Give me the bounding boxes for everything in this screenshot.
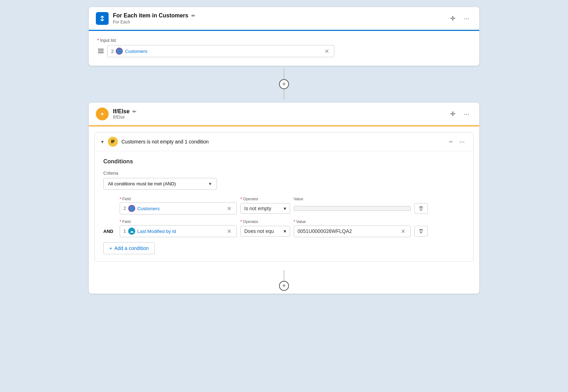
ifelse-header-actions: ✛ ···	[447, 109, 472, 119]
customers-token-label: Customers	[125, 49, 147, 54]
if-block-edit-icon[interactable]: ✏	[449, 139, 453, 145]
and-label-2: AND	[103, 229, 116, 234]
conditions-title: Conditions	[103, 158, 465, 165]
criteria-label: Criteria	[103, 170, 465, 176]
ifelse-header: If/Else ✏ If/Else ✛ ···	[89, 103, 479, 125]
add-step-button-1[interactable]: +	[279, 79, 289, 89]
conditions-body: Conditions Criteria All conditions must …	[95, 151, 473, 261]
ifelse-header-left: If/Else ✏ If/Else	[96, 108, 136, 120]
orange-divider	[89, 125, 479, 126]
for-each-title-group: For Each item in Customers ✏ For Each	[113, 12, 195, 24]
token-clear-button[interactable]: ✕	[323, 48, 331, 55]
operator-chevron-1: ▾	[284, 206, 286, 211]
connector-1: +	[279, 66, 289, 103]
add-condition-icon: +	[109, 245, 112, 251]
operator-label-2: * Operator	[240, 219, 290, 224]
field-clear-2[interactable]: ✕	[225, 228, 233, 235]
globe-icon: 🌐	[116, 48, 123, 55]
token-num: 2	[111, 49, 114, 54]
delete-condition-1-button[interactable]	[414, 203, 428, 214]
delete-condition-2-button[interactable]	[414, 226, 428, 236]
criteria-select[interactable]: All conditions must be met (AND) ▼	[103, 178, 217, 190]
ifelse-edit-icon[interactable]: ✏	[132, 109, 136, 114]
ifelse-move-button[interactable]: ✛	[447, 109, 458, 119]
salesforce-icon-2: ☁	[128, 228, 135, 235]
field-input-2[interactable]: 1 ☁ Last Modified by Id ✕	[120, 225, 237, 237]
operator-chevron-2: ▾	[284, 228, 286, 234]
for-each-card: For Each item in Customers ✏ For Each ✛ …	[89, 7, 479, 66]
globe-icon-1: 🌐	[128, 205, 135, 212]
operator-value-1: Is not empty	[244, 206, 271, 211]
operator-label-1: * Operator	[240, 197, 290, 201]
value-input-1	[294, 206, 411, 211]
field-token-num-2: 1	[124, 229, 126, 234]
condition-row-1-labels: * Field * Operator Value	[120, 197, 465, 201]
for-each-more-button[interactable]: ···	[461, 13, 472, 24]
add-condition-button[interactable]: + Add a condition	[103, 242, 155, 254]
add-condition-label: Add a condition	[114, 245, 149, 251]
for-each-subtitle: For Each	[113, 20, 195, 24]
if-block-header: ▾ IF Customers is not empty and 1 condit…	[95, 132, 473, 151]
value-label-1: Value	[294, 197, 411, 201]
operator-input-2[interactable]: Does not equ ▾	[240, 226, 290, 236]
condition-row-2-wrapper: * Field * Operator * Value AND 1 ☁ Last …	[103, 219, 465, 237]
input-list-row: 2 🌐 Customers ✕	[97, 45, 471, 57]
criteria-select-text: All conditions must be met (AND)	[108, 181, 176, 186]
ifelse-subtitle: If/Else	[113, 115, 136, 120]
add-step-button-2[interactable]: +	[279, 281, 289, 291]
field-clear-1[interactable]: ✕	[225, 205, 233, 212]
field-label-1: * Field	[120, 197, 237, 201]
operator-input-1[interactable]: Is not empty ▾	[240, 203, 290, 214]
condition-row-2: AND 1 ☁ Last Modified by Id ✕ Does not e…	[103, 225, 465, 237]
value-clear-2[interactable]: ✕	[399, 228, 407, 235]
connector-line-1	[284, 69, 284, 79]
if-block-title: Customers is not empty and 1 condition	[121, 139, 446, 145]
bottom-connector: +	[89, 267, 479, 294]
field-token-label-1: Customers	[137, 206, 160, 211]
condition-row-2-labels: * Field * Operator * Value	[120, 219, 465, 224]
for-each-move-button[interactable]: ✛	[447, 13, 458, 24]
svg-rect-0	[98, 49, 104, 50]
bottom-line	[284, 270, 284, 281]
value-text-2: 0051U0000026WFLQA2	[297, 228, 352, 234]
for-each-header: For Each item in Customers ✏ For Each ✛ …	[89, 7, 479, 30]
condition-row-1: 2 🌐 Customers ✕ Is not empty ▾	[103, 202, 465, 214]
if-badge: IF	[108, 137, 118, 147]
for-each-body: * Input list 2 🌐 Customers ✕	[89, 31, 479, 66]
for-each-header-left: For Each item in Customers ✏ For Each	[96, 12, 195, 25]
for-each-header-actions: ✛ ···	[447, 13, 472, 24]
for-each-title-text: For Each item in Customers	[113, 12, 189, 19]
for-each-edit-icon[interactable]: ✏	[191, 13, 195, 18]
input-list-label: * Input list	[97, 38, 471, 43]
field-token-label-2: Last Modified by Id	[137, 229, 176, 234]
if-block-collapse-button[interactable]: ▾	[100, 138, 104, 145]
for-each-icon	[96, 12, 109, 25]
field-label-2: * Field	[120, 219, 237, 224]
chevron-down-icon: ▼	[208, 181, 212, 186]
condition-row-1-wrapper: * Field * Operator Value 2 🌐 Customers	[103, 197, 465, 214]
operator-value-2: Does not equ	[244, 228, 274, 234]
customers-token-input[interactable]: 2 🌐 Customers ✕	[107, 45, 334, 57]
ifelse-icon	[96, 108, 109, 120]
ifelse-title: If/Else ✏	[113, 108, 136, 115]
field-input-1[interactable]: 2 🌐 Customers ✕	[120, 202, 237, 214]
layers-icon	[97, 47, 104, 56]
value-label-2: * Value	[294, 219, 411, 224]
field-token-num-1: 2	[124, 206, 126, 211]
ifelse-title-group: If/Else ✏ If/Else	[113, 108, 136, 120]
connector-line-1b	[284, 89, 284, 100]
if-block-more-button[interactable]: ···	[457, 137, 468, 146]
value-input-2[interactable]: 0051U0000026WFLQA2 ✕	[294, 225, 411, 237]
token-inner: 2 🌐 Customers	[111, 48, 147, 55]
svg-rect-2	[98, 52, 104, 53]
ifelse-card: If/Else ✏ If/Else ✛ ··· ▾ IF Customers i…	[89, 103, 479, 294]
if-block: ▾ IF Customers is not empty and 1 condit…	[94, 132, 474, 262]
svg-rect-1	[98, 50, 104, 51]
ifelse-title-text: If/Else	[113, 108, 130, 115]
ifelse-more-button[interactable]: ···	[461, 109, 472, 119]
for-each-title: For Each item in Customers ✏	[113, 12, 195, 19]
